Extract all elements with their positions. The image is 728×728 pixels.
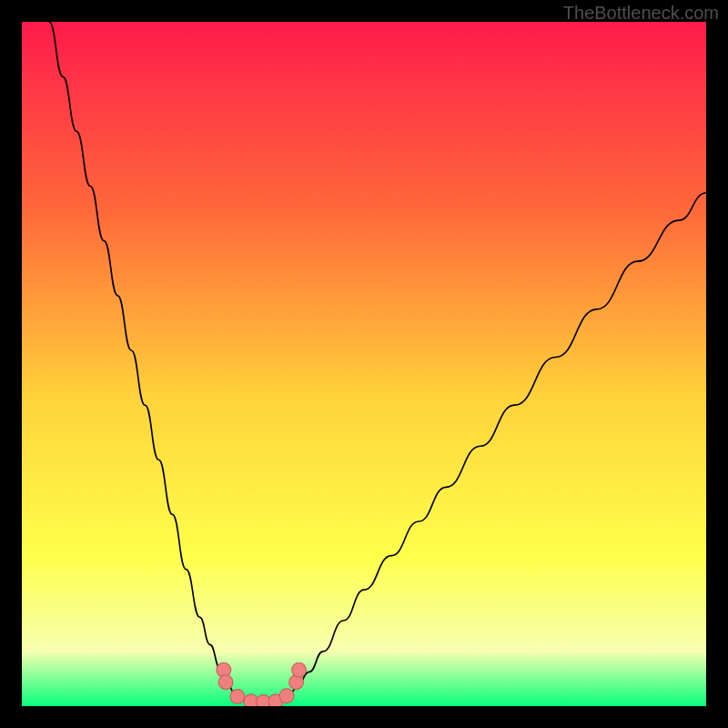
- watermark-text: TheBottleneck.com: [563, 3, 719, 24]
- bottleneck-chart: [22, 22, 706, 706]
- valley-marker: [292, 662, 307, 677]
- valley-marker: [218, 675, 233, 690]
- valley-marker: [279, 689, 294, 703]
- gradient-background: [22, 22, 706, 706]
- chart-frame: TheBottleneck.com: [0, 0, 728, 728]
- valley-marker: [230, 690, 245, 704]
